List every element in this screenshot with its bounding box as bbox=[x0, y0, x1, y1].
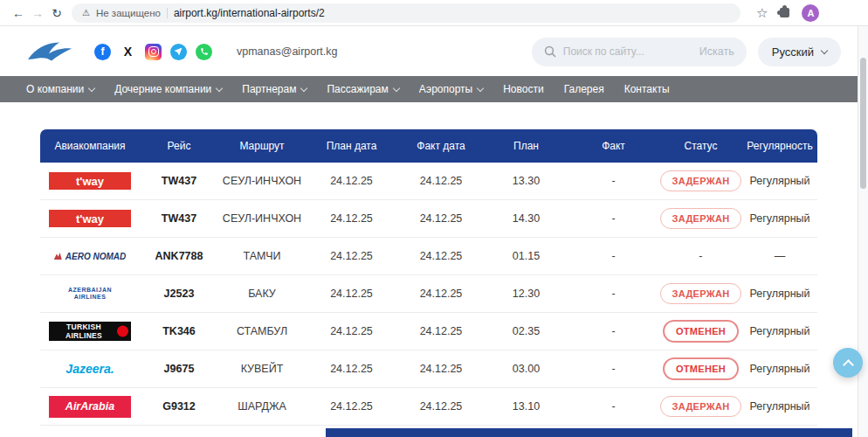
flight-number: J9675 bbox=[140, 363, 218, 375]
regularity: Регулярный bbox=[742, 363, 817, 375]
plan-time: 12.30 bbox=[485, 288, 568, 300]
nav-item-contacts[interactable]: Контакты bbox=[624, 83, 670, 95]
language-selector[interactable]: Русский bbox=[758, 38, 841, 66]
flight-table-body: t'way TW437 СЕУЛ-ИНЧХОН 24.12.25 24.12.2… bbox=[40, 163, 817, 426]
flight-row: t'way TW437 СЕУЛ-ИНЧХОН 24.12.25 24.12.2… bbox=[40, 200, 817, 238]
scrollbar-thumb[interactable] bbox=[860, 58, 866, 189]
plan-time: 02.35 bbox=[485, 325, 568, 337]
plan-date: 24.12.25 bbox=[306, 400, 397, 413]
back-arrow-icon[interactable]: ← bbox=[9, 3, 28, 23]
status-cell: ОТМЕНЕН bbox=[659, 357, 742, 380]
plan-time: 01.15 bbox=[485, 250, 568, 262]
airline-cell: t'way bbox=[40, 172, 140, 190]
extensions-puzzle-icon[interactable] bbox=[780, 8, 789, 17]
column-header-route: Маршрут bbox=[218, 140, 306, 152]
whatsapp-icon[interactable] bbox=[196, 44, 212, 60]
column-header-plan-time: План bbox=[485, 140, 568, 152]
plan-date: 24.12.25 bbox=[306, 325, 397, 337]
column-header-fact-time: Факт bbox=[568, 140, 659, 152]
status-badge: ЗАДЕРЖАН bbox=[660, 170, 742, 191]
status-badge: - bbox=[699, 250, 702, 262]
route: КУВЕЙТ bbox=[218, 363, 306, 375]
flight-table-header: Авиакомпания Рейс Маршрут План дата Факт… bbox=[40, 129, 817, 163]
search-button[interactable]: Искать bbox=[699, 45, 734, 58]
instagram-icon[interactable] bbox=[145, 44, 162, 60]
address-bar[interactable]: ⚠ Не защищено airport.kg/international-a… bbox=[72, 3, 741, 23]
airline-cell: TURKISH AIRLINES bbox=[40, 322, 140, 341]
nav-label: Новости bbox=[503, 83, 543, 95]
airline-name: Jazeera. bbox=[65, 362, 114, 376]
regularity: Регулярный bbox=[742, 288, 817, 300]
x-twitter-icon[interactable]: X bbox=[120, 44, 136, 60]
plan-date: 24.12.25 bbox=[306, 250, 397, 262]
status-badge: ЗАДЕРЖАН bbox=[660, 396, 742, 417]
flight-number: G9312 bbox=[140, 400, 218, 413]
bookmark-star-icon[interactable]: ☆ bbox=[756, 5, 768, 21]
browser-profile-avatar[interactable]: A bbox=[802, 4, 819, 22]
reload-icon[interactable]: ↻ bbox=[47, 3, 66, 23]
route: СТАМБУЛ bbox=[218, 325, 306, 337]
status-badge: ЗАДЕРЖАН bbox=[660, 283, 742, 304]
plan-time: 03.00 bbox=[485, 363, 568, 375]
forward-arrow-icon[interactable]: → bbox=[28, 3, 47, 23]
nav-item-subsidiaries[interactable]: Дочерние компании bbox=[114, 83, 222, 95]
nav-item-airports[interactable]: Аэропорты bbox=[419, 83, 483, 95]
nav-item-passengers[interactable]: Пассажирам bbox=[327, 83, 398, 95]
flight-number: TW437 bbox=[140, 175, 218, 187]
status-badge: ЗАДЕРЖАН bbox=[660, 208, 742, 229]
route: ТАМЧИ bbox=[218, 250, 306, 262]
nav-item-about[interactable]: О компании bbox=[26, 83, 94, 95]
page-url: airport.kg/international-airports/2 bbox=[174, 7, 325, 19]
fact-time: - bbox=[568, 175, 659, 187]
chevron-down-icon bbox=[392, 85, 399, 92]
contact-email[interactable]: vpmanas@airport.kg bbox=[237, 45, 338, 58]
chevron-down-icon bbox=[88, 85, 95, 92]
fact-date: 24.12.25 bbox=[397, 400, 485, 413]
plan-time: 13.30 bbox=[485, 175, 568, 187]
flight-number: TK346 bbox=[140, 325, 218, 337]
fact-time: - bbox=[568, 400, 659, 413]
social-icons: f X bbox=[94, 44, 212, 60]
status-cell: - bbox=[659, 250, 742, 262]
plan-date: 24.12.25 bbox=[306, 288, 397, 300]
nav-item-partners[interactable]: Партнерам bbox=[242, 83, 307, 95]
nav-label: О компании bbox=[26, 83, 84, 95]
browser-scrollbar[interactable] bbox=[858, 26, 868, 437]
scroll-to-top-button[interactable] bbox=[833, 348, 863, 378]
status-cell: ОТМЕНЕН bbox=[659, 320, 742, 343]
flight-row: AERO NOMAD ANK7788 ТАМЧИ 24.12.25 24.12.… bbox=[40, 238, 817, 275]
phone-icon bbox=[200, 47, 209, 56]
airline-cell: Azerbaijan Airlines bbox=[40, 287, 140, 302]
regularity: Регулярный bbox=[742, 175, 817, 187]
airline-logo: Jazeera. bbox=[65, 362, 114, 376]
fact-time: - bbox=[568, 325, 659, 337]
route: ШАРДЖА bbox=[218, 400, 306, 413]
airline-logo: t'way bbox=[49, 210, 131, 227]
facebook-icon[interactable]: f bbox=[94, 44, 111, 60]
route: СЕУЛ-ИНЧХОН bbox=[218, 212, 306, 225]
plan-time: 14.30 bbox=[485, 212, 568, 225]
nav-item-gallery[interactable]: Галерея bbox=[564, 83, 604, 95]
nav-item-news[interactable]: Новости bbox=[503, 83, 543, 95]
airline-name: Azerbaijan Airlines bbox=[59, 287, 121, 302]
column-header-regularity: Регулярность bbox=[742, 140, 817, 152]
telegram-icon[interactable] bbox=[170, 44, 187, 60]
route: СЕУЛ-ИНЧХОН bbox=[218, 175, 306, 187]
search-input[interactable] bbox=[563, 45, 692, 58]
not-secure-warning-icon: ⚠ bbox=[82, 8, 90, 17]
chevron-up-icon bbox=[843, 359, 854, 371]
airline-logo: Azerbaijan Airlines bbox=[59, 287, 121, 302]
regularity: Регулярный bbox=[742, 400, 817, 413]
fact-date: 24.12.25 bbox=[397, 325, 485, 337]
airport-logo-bird-icon[interactable] bbox=[26, 39, 73, 64]
search-icon bbox=[544, 45, 556, 58]
column-header-flight: Рейс bbox=[140, 140, 218, 152]
flight-schedule-table: Авиакомпания Рейс Маршрут План дата Факт… bbox=[40, 129, 817, 426]
nav-label: Галерея bbox=[564, 83, 604, 95]
airline-cell: t'way bbox=[40, 210, 140, 227]
regularity: — bbox=[742, 250, 817, 262]
chevron-down-icon bbox=[477, 85, 484, 92]
flight-row: AirArabia G9312 ШАРДЖА 24.12.25 24.12.25… bbox=[40, 388, 817, 426]
paper-plane-icon bbox=[175, 48, 183, 56]
flight-row: Jazeera. J9675 КУВЕЙТ 24.12.25 24.12.25 … bbox=[40, 350, 817, 388]
